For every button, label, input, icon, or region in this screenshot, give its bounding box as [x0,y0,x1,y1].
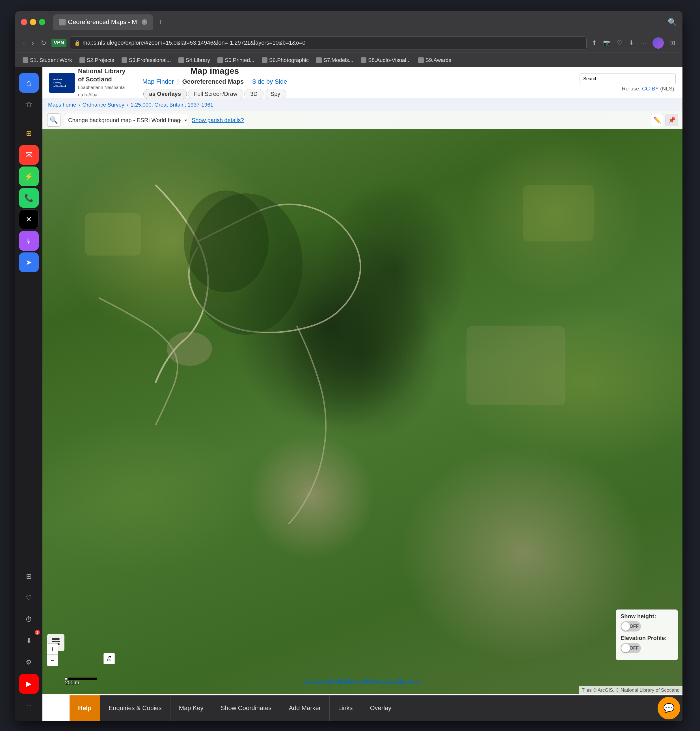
bookmark-awards[interactable]: S9.Awards [415,56,454,65]
3d-button[interactable]: 3D [244,89,264,99]
share-button[interactable]: ⬆ [590,38,599,48]
breadcrumb-maps-home[interactable]: Maps home [48,102,76,108]
zoom-in-button[interactable]: + [47,643,58,655]
bookmark-professional[interactable]: S3.Professional... [119,56,174,65]
sidebar-icon-more[interactable]: ··· [19,696,39,715]
new-tab-button[interactable]: + [155,16,167,28]
enquiries-button[interactable]: Enquiries & Copies [100,696,170,721]
search-input[interactable] [601,75,663,82]
sidebar-icon-settings[interactable]: ⚙ [19,652,39,672]
address-bar[interactable]: 🔒 maps.nls.uk/geo/explore/#zoom=15.0&lat… [70,37,587,50]
sidebar-toggle[interactable]: ⊞ [668,38,677,48]
sidebar-icon-podcast[interactable]: 🎙 [19,231,39,251]
bookmark-label: S8.Audio-Visual... [368,57,411,63]
zoom-out-button[interactable]: − [47,655,58,666]
map-container[interactable]: 🔍 Change background map - ESRI World Ima… [43,112,682,694]
toggle-knob [621,622,630,631]
add-marker-button[interactable]: Add Marker [280,696,330,721]
bookmark-label: S6.Photographic [269,57,309,63]
download-button[interactable]: ⬇ [627,38,635,48]
show-height-label: Show height: [621,613,673,619]
sidebar-icon-apps[interactable]: ⊞ [19,123,39,143]
links-button[interactable]: Links [330,696,361,721]
bookmark-student-work[interactable]: S1. Student Work [20,56,75,65]
edit-map-button[interactable]: ✏️ [651,114,663,126]
background-map-select[interactable]: Change background map - ESRI World Image [64,114,188,126]
parish-details-button[interactable]: Show parish details? [192,117,244,123]
close-button[interactable] [21,19,27,25]
lock-icon: 🔒 [74,40,80,46]
scale-bar: 200 m [65,678,97,686]
sidebar-icon-grid[interactable]: ⊞ [19,567,39,586]
sidebar-icon-prompt[interactable]: ➤ [19,252,39,272]
full-screen-draw-button[interactable]: Full Screen/Draw [188,89,243,99]
site-nav-links: Map Finder | Georeferenced Maps | Side b… [142,78,287,85]
site-search: Search: Re-use: CC-BY (NLS). [580,73,676,92]
sidebar-icon-whatsapp[interactable]: 📞 [19,188,39,208]
as-overlays-button[interactable]: as Overlays [143,89,187,99]
sidebar-icon-heart[interactable]: ♡ [19,588,39,608]
map-search-button[interactable]: 🔍 [47,113,60,127]
maximize-button[interactable] [39,19,45,25]
print-button[interactable]: 🖨 [103,653,115,664]
bookmarks-bar: S1. Student Work S2.Projects S3.Professi… [15,53,682,67]
nav-link-georef-maps[interactable]: Georeferenced Maps [182,78,244,85]
spy-button[interactable]: Spy [265,89,286,99]
tab-close-btn[interactable]: ✕ [142,19,147,25]
search-box[interactable]: Search: [580,73,676,84]
bookmark-projects[interactable]: S2.Projects [76,56,117,65]
sidebar-icon-mail[interactable]: ✉ [19,145,39,165]
cc-by-link[interactable]: CC-BY [642,86,659,92]
elevation-profile-row: Elevation Profile: OFF [621,635,673,653]
camera-button[interactable]: 📷 [601,38,612,48]
sidebar-icon-youtube[interactable]: ▶ [19,674,39,694]
reload-button[interactable]: ↻ [39,37,48,48]
active-tab[interactable]: Georeferenced Maps - M ✕ [53,15,153,30]
sidebar-icon-download[interactable]: ⬇ 1 [19,631,39,651]
sidebar-icon-messenger[interactable]: ⚡ [19,166,39,186]
minimize-button[interactable] [30,19,36,25]
pin-map-button[interactable]: 📌 [666,114,678,126]
breadcrumb-map-name[interactable]: 1:25,000, Great Britain, 1937-1961 [131,102,213,108]
menu-button[interactable]: ⋯ [638,38,648,48]
elevation-toggle-container: OFF [621,643,673,653]
breadcrumb: Maps home › Ordnance Survey › 1:25,000, … [43,98,682,112]
nav-link-side-by-side[interactable]: Side by Side [252,78,287,85]
bookmark-printed[interactable]: S5.Printed... [214,56,257,65]
nav-actions: ⬆ 📷 ♡ ⬇ ⋯ ⊞ [590,35,677,50]
left-sidebar: ⌂ ☆ ⊞ ✉ ⚡ 📞 ✕ 🎙 ➤ ⊞ ♡ ⏱ ⬇ 1 ⚙ ▶ ··· [15,67,43,721]
bookmark-library[interactable]: S4.Library [176,56,213,65]
help-button[interactable]: Help [69,696,100,721]
sidebar-icon-clock[interactable]: ⏱ [19,609,39,629]
bookmark-favicon [361,57,366,63]
map-attribution: Tiles © ArcGIS, © National Library of Sc… [579,686,682,694]
print-icon: 🖨 [106,655,112,662]
elevation-toggle[interactable]: OFF [621,643,641,653]
nav-link-map-finder[interactable]: Map Finder [142,78,173,85]
map-key-button[interactable]: Map Key [170,696,212,721]
bookmark-audio-visual[interactable]: S8.Audio-Visual... [358,56,414,65]
bookmark-photographic[interactable]: S6.Photographic [259,56,312,65]
show-coordinates-button[interactable]: Show Coordinates [212,696,280,721]
overlay-button[interactable]: Overlay [361,696,400,721]
map-action-buttons: ✏️ 📌 [651,114,678,126]
bottom-toolbar: Help Enquiries & Copies Map Key Show Coo… [69,696,682,721]
sidebar-icon-twitter[interactable]: ✕ [19,210,39,229]
bookmark-models[interactable]: S7.Models... [313,56,356,65]
back-button[interactable]: ‹ [21,37,26,48]
forward-button[interactable]: › [30,37,36,48]
sidebar-icon-home[interactable]: ⌂ [19,73,39,93]
height-toggle[interactable]: OFF [621,621,641,631]
svg-text:National: National [53,78,63,81]
breadcrumb-ordnance-survey[interactable]: Ordnance Survey [82,102,125,108]
extensions-button[interactable] [651,35,666,50]
sidebar-icon-star[interactable]: ☆ [19,94,39,114]
chat-button[interactable]: 💬 [657,697,680,719]
bookmark-button[interactable]: ♡ [615,38,624,48]
bookmark-favicon [262,57,267,63]
height-toggle-label: OFF [630,624,638,629]
url-text: maps.nls.uk/geo/explore/#zoom=15.0&lat=5… [82,40,583,46]
zoom-controls: + − [47,643,58,666]
nav-button-group: as Overlays Full Screen/Draw 3D Spy [143,89,286,99]
display-map-details-link[interactable]: Display map details? / View or order thi… [304,678,421,684]
